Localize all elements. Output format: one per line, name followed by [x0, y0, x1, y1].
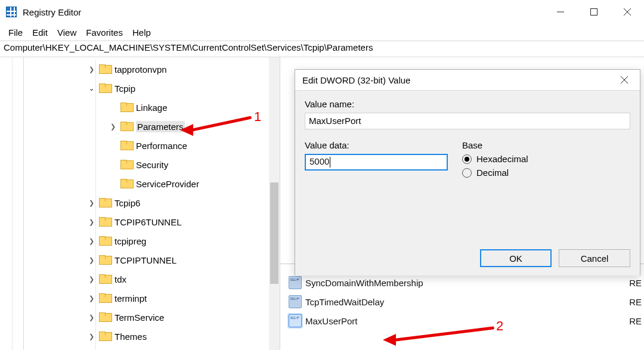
- ok-button[interactable]: OK: [480, 249, 552, 267]
- tree-item[interactable]: ❯ tapprotonvpn: [24, 60, 269, 79]
- value-name: SyncDomainWithMembership: [305, 278, 423, 288]
- value-data-input[interactable]: 5000: [305, 154, 448, 171]
- radio-icon: [462, 154, 472, 164]
- tree-item-label: Security: [136, 160, 168, 170]
- collapse-icon[interactable]: ⌄: [86, 83, 97, 94]
- tree-item[interactable]: ❯ tcpipreg: [24, 231, 269, 250]
- tree-item-label: TermService: [114, 312, 164, 323]
- value-name: TcpTimedWaitDelay: [305, 297, 384, 307]
- value-name-field[interactable]: MaxUserPort: [305, 113, 630, 129]
- tree-item[interactable]: ❯ Tcpip6: [24, 193, 269, 212]
- folder-icon: [120, 122, 132, 131]
- value-type: RE: [629, 316, 642, 326]
- svg-rect-1: [591, 9, 597, 16]
- menu-edit[interactable]: Edit: [27, 27, 52, 38]
- folder-icon: [120, 141, 132, 150]
- tree-item-label: Performance: [136, 141, 187, 151]
- app-icon: [6, 7, 17, 17]
- value-data-label: Value data:: [305, 140, 448, 150]
- expand-icon: [107, 159, 118, 170]
- folder-icon: [99, 83, 111, 93]
- expand-icon: [107, 178, 118, 189]
- annotation-number: 1: [254, 109, 261, 125]
- value-row-maxuserport[interactable]: MaxUserPort RE: [280, 311, 644, 330]
- tree-item-label: Linkage: [136, 103, 168, 113]
- value-type: RE: [629, 297, 642, 307]
- tree-item-label: terminpt: [114, 293, 147, 303]
- edit-dword-dialog: Edit DWORD (32-bit) Value Value name: Ma…: [295, 69, 640, 275]
- tree-item[interactable]: Performance: [24, 136, 269, 155]
- folder-icon: [99, 255, 111, 265]
- tree-item-label: tdx: [114, 274, 126, 284]
- expand-icon: [107, 102, 118, 113]
- tree-item-label: Themes: [114, 332, 147, 342]
- tree-item[interactable]: ❯ tdx: [24, 270, 269, 289]
- expand-icon[interactable]: ❯: [86, 216, 97, 227]
- tree-item-label: Tcpip: [114, 83, 135, 94]
- tree-scrollbar[interactable]: [269, 57, 280, 350]
- tree-item-label: Parameters: [136, 121, 185, 132]
- folder-icon: [120, 103, 132, 112]
- expand-icon[interactable]: ❯: [86, 293, 97, 303]
- value-type: RE: [629, 278, 642, 288]
- dword-icon: [289, 276, 302, 289]
- expand-icon[interactable]: ❯: [86, 331, 97, 342]
- value-row[interactable]: SyncDomainWithMembership RE: [280, 273, 644, 292]
- expand-icon[interactable]: ❯: [86, 274, 97, 284]
- expand-icon[interactable]: ❯: [86, 312, 97, 323]
- titlebar: Registry Editor: [0, 0, 644, 24]
- base-label: Base: [462, 140, 630, 150]
- tree-item-label: TCPIP6TUNNEL: [114, 217, 182, 227]
- close-button[interactable]: [611, 0, 644, 24]
- address-bar[interactable]: Computer\HKEY_LOCAL_MACHINE\SYSTEM\Curre…: [0, 41, 644, 57]
- folder-icon: [99, 236, 111, 246]
- dword-icon: [289, 295, 302, 308]
- window-title: Registry Editor: [23, 7, 544, 17]
- tree-item[interactable]: ❯ Themes: [24, 327, 269, 346]
- dialog-title: Edit DWORD (32-bit) Value: [302, 75, 410, 85]
- expand-icon[interactable]: ❯: [86, 197, 97, 208]
- left-gutter: [0, 57, 24, 350]
- scroll-thumb[interactable]: [270, 182, 278, 284]
- dialog-close-button[interactable]: [612, 72, 636, 88]
- radio-hexadecimal[interactable]: Hexadecimal: [462, 154, 630, 164]
- tree-item[interactable]: Linkage: [24, 98, 269, 117]
- dword-icon: [289, 314, 302, 327]
- value-name: MaxUserPort: [305, 316, 358, 326]
- maximize-button[interactable]: [577, 0, 611, 24]
- tree-item[interactable]: ❯ TCPIP6TUNNEL: [24, 212, 269, 231]
- menu-help[interactable]: Help: [128, 27, 156, 38]
- tree-item-label: Tcpip6: [114, 198, 140, 208]
- folder-icon: [99, 332, 111, 341]
- folder-icon: [99, 274, 111, 284]
- annotation-number: 2: [496, 318, 503, 334]
- minimize-button[interactable]: [544, 0, 577, 24]
- tree-item[interactable]: ❯ TermService: [24, 308, 269, 327]
- expand-icon[interactable]: ❯: [107, 121, 118, 132]
- value-row[interactable]: TcpTimedWaitDelay RE: [280, 292, 644, 311]
- tree-item[interactable]: ServiceProvider: [24, 174, 269, 193]
- expand-icon[interactable]: ❯: [86, 236, 97, 246]
- tree-item-label: tcpipreg: [114, 236, 146, 246]
- expand-icon: [107, 140, 118, 151]
- menu-favorites[interactable]: Favorites: [81, 27, 128, 38]
- tree-item[interactable]: ⌄ Tcpip: [24, 79, 269, 98]
- expand-icon[interactable]: ❯: [86, 255, 97, 265]
- folder-icon: [99, 312, 111, 322]
- menu-view[interactable]: View: [52, 27, 81, 38]
- folder-icon: [99, 64, 111, 74]
- tree-item[interactable]: Security: [24, 155, 269, 174]
- menu-file[interactable]: File: [4, 27, 27, 38]
- tree-item-label: ServiceProvider: [136, 179, 199, 189]
- tree-pane: ❯ tapprotonvpn ⌄ Tcpip Linkage ❯ Paramet…: [24, 57, 280, 350]
- tree-item-label: TCPIPTUNNEL: [114, 255, 177, 265]
- tree-item-label: tapprotonvpn: [114, 64, 167, 75]
- tree-item[interactable]: ❯ TCPIPTUNNEL: [24, 250, 269, 270]
- expand-icon[interactable]: ❯: [86, 64, 97, 75]
- cancel-button[interactable]: Cancel: [559, 249, 630, 267]
- folder-icon: [99, 198, 111, 207]
- folder-icon: [99, 217, 111, 227]
- radio-decimal[interactable]: Decimal: [462, 168, 630, 178]
- folder-icon: [120, 160, 132, 169]
- tree-item[interactable]: ❯ terminpt: [24, 289, 269, 308]
